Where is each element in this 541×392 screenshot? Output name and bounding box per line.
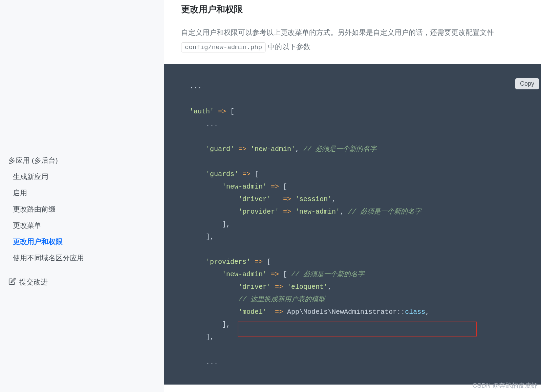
- nav-item-domain-split[interactable]: 使用不同域名区分应用: [8, 250, 155, 266]
- paragraph-pre: 自定义用户和权限可以参考以上更改菜单的方式。另外如果是自定义用户的话，还需要更改…: [181, 28, 494, 36]
- improve-label: 提交改进: [19, 277, 48, 287]
- watermark: CSDN @奔跑的皮皮虾: [473, 381, 538, 390]
- inline-code: config/new-admin.php: [181, 42, 266, 52]
- nav-item-generate[interactable]: 生成新应用: [8, 169, 155, 185]
- nav-divider: [8, 271, 155, 271]
- main-content: 更改用户和权限 自定义用户和权限可以参考以上更改菜单的方式。另外如果是自定义用户…: [164, 0, 541, 392]
- submit-improvement-link[interactable]: 提交改进: [8, 277, 155, 287]
- code-block-wrapper: Copy ... 'auth' => [ ... 'guard' => 'new…: [164, 64, 541, 385]
- nav-item-route-prefix[interactable]: 更改路由前缀: [8, 201, 155, 217]
- section-title: 更改用户和权限: [181, 3, 541, 15]
- sidebar: 多应用 (多后台) 生成新应用 启用 更改路由前缀 更改菜单 更改用户和权限 使…: [0, 0, 164, 392]
- nav-item-change-menu[interactable]: 更改菜单: [8, 217, 155, 234]
- copy-button[interactable]: Copy: [515, 78, 539, 89]
- code-block: ... 'auth' => [ ... 'guard' => 'new-admi…: [164, 64, 541, 385]
- nav-heading: 多应用 (多后台): [8, 152, 155, 169]
- nav-item-enable[interactable]: 启用: [8, 185, 155, 201]
- nav-item-change-user-perm[interactable]: 更改用户和权限: [8, 234, 155, 250]
- paragraph-post: 中的以下参数: [268, 43, 310, 50]
- nav-list: 生成新应用 启用 更改路由前缀 更改菜单 更改用户和权限 使用不同域名区分应用: [8, 169, 155, 266]
- edit-icon: [8, 278, 16, 287]
- section-paragraph: 自定义用户和权限可以参考以上更改菜单的方式。另外如果是自定义用户的话，还需要更改…: [181, 25, 541, 54]
